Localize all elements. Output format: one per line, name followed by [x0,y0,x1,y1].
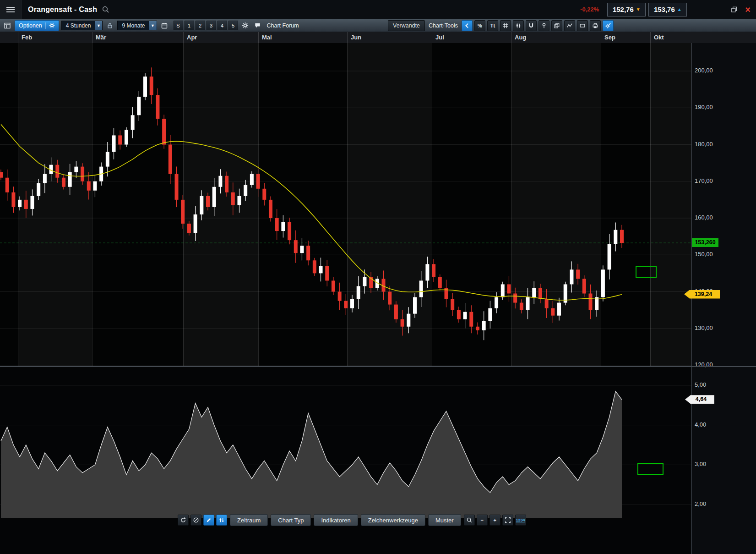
month-label-mär: Mär [92,32,106,43]
ma-value-badge: 139,24 [684,290,720,299]
draw-icon-group [178,515,227,526]
month-label-okt: Okt [650,32,664,43]
pin-icon[interactable] [538,20,549,31]
verwandte-button[interactable]: Verwandte [388,20,425,31]
main-chart[interactable] [0,43,691,367]
size-button-1[interactable]: 1 [185,21,194,30]
bottom-button-indikatoren[interactable]: Indikatoren [314,514,358,526]
lock-icon[interactable] [105,21,115,31]
chat-bubble-icon[interactable] [253,21,263,31]
interval-dropdown[interactable]: 4 Stunden ▼ [61,21,103,30]
close-icon[interactable]: × [745,5,751,14]
interval-value: 4 Stunden [61,21,95,30]
range-value: 9 Monate [117,21,149,30]
indicator-tick-label: 2,00 [695,500,706,507]
price-tick-label: 170,00 [695,177,713,184]
arrow-down-icon: ▼ [636,7,641,12]
bottom-toolbar: ZeitraumChart TypIndikatorenZeichenwerkz… [178,514,526,526]
button-divider [45,22,46,29]
calendar-icon[interactable] [159,21,169,31]
fullscreen-icon[interactable] [502,515,513,526]
compare-icon[interactable] [551,20,562,31]
settings-gear-icon[interactable] [240,21,250,31]
pattern-icon[interactable] [564,20,575,31]
instrument-title: Orangensaft - Cash [28,5,97,14]
bottom-button-chart-typ[interactable]: Chart Typ [271,514,311,526]
bottom-button-zeichenwerkzeuge[interactable]: Zeichenwerkzeuge [361,514,425,526]
numbers-icon[interactable]: 1234 [515,515,526,526]
panel-list-icon[interactable] [2,21,12,31]
zoom-out-button[interactable]: − [477,515,488,526]
options-label: Optionen [19,22,42,29]
window-controls: × [731,5,751,14]
month-label-mai: Mai [258,32,272,43]
time-axis[interactable]: FebMärAprMaiJunJulAugSepOkt [0,32,756,44]
window-restore-icon[interactable] [731,6,738,13]
size-button-5[interactable]: 5 [228,21,238,30]
bottom-button-group: ZeitraumChart TypIndikatorenZeichenwerkz… [230,514,461,526]
chart-forum-label[interactable]: Chart Forum [267,22,299,29]
buy-price-button[interactable]: 153,76 ▲ [648,3,687,16]
selection-box-lower[interactable] [637,463,664,475]
price-tick-label: 130,00 [695,324,713,331]
indicator-tick-label: 4,00 [695,421,706,428]
options-button[interactable]: Optionen [15,20,59,31]
indicator-tick-label: 5,00 [695,381,706,388]
rectangle-tool-icon[interactable] [577,20,588,31]
title-bar: Orangensaft - Cash -0,22% 152,76 ▼ 153,7… [0,0,756,19]
candlestick-svg [0,43,691,367]
size-button-4[interactable]: 4 [218,21,227,30]
grid-icon[interactable] [500,20,511,31]
chart-tools-cluster: Verwandte Chart-Tools % Tt [388,20,614,31]
bottom-button-muster[interactable]: Muster [428,514,461,526]
chart-toolbar: Optionen 4 Stunden ▼ 9 Monate ▼ S12345 C… [0,19,756,32]
month-label-feb: Feb [18,32,32,43]
indicator-tick-label: 3,00 [695,461,706,467]
chevron-down-icon: ▼ [95,21,103,30]
arrow-up-icon: ▲ [677,7,682,12]
last-price-badge: 153,260 [692,238,718,247]
size-button-s[interactable]: S [174,21,183,30]
sell-price-button[interactable]: 152,76 ▼ [607,3,646,16]
panel-divider [0,366,756,367]
change-percent: -0,22% [580,6,599,13]
price-tick-label: 180,00 [695,141,713,148]
price-tick-label: 190,00 [695,104,713,110]
gear-icon [49,22,55,28]
refresh-icon[interactable] [178,515,189,526]
chart-settings-icon[interactable] [603,20,614,31]
zoom-in-button[interactable]: + [489,515,500,526]
pencil-icon[interactable] [203,515,214,526]
bottom-button-zeitraum[interactable]: Zeitraum [230,514,268,526]
print-icon[interactable] [590,20,601,31]
back-icon[interactable] [462,20,473,31]
size-button-2[interactable]: 2 [196,21,205,30]
chevron-down-icon: ▼ [149,21,157,30]
month-label-apr: Apr [183,32,197,43]
magnifier-icon[interactable] [464,515,475,526]
candlestick-icon[interactable] [513,20,524,31]
layout-size-buttons: S12345 [174,21,238,30]
month-label-jun: Jun [347,32,361,43]
zoom-icon-group: − + 1234 [464,515,526,526]
price-tick-label: 200,00 [695,67,713,74]
price-tick-label: 150,00 [695,251,713,258]
ban-icon[interactable] [190,515,201,526]
price-tick-label: 160,00 [695,214,713,221]
chart-tools-label: Chart-Tools [429,22,458,29]
percent-icon[interactable]: % [474,20,485,31]
search-icon[interactable] [102,5,109,13]
menu-icon[interactable] [0,0,22,19]
trading-app-window: Orangensaft - Cash -0,22% 152,76 ▼ 153,7… [0,0,756,554]
sell-price: 152,76 [613,5,634,13]
month-label-jul: Jul [432,32,444,43]
indicator-value-badge: 4,64 [685,395,714,404]
swap-vertical-icon[interactable] [216,515,227,526]
magnet-icon[interactable] [526,20,537,31]
month-label-aug: Aug [511,32,526,43]
range-dropdown[interactable]: 9 Monate ▼ [117,21,157,30]
text-tool-icon[interactable]: Tt [487,20,498,31]
size-button-3[interactable]: 3 [207,21,216,30]
selection-box-main[interactable] [636,266,657,278]
month-label-sep: Sep [601,32,615,43]
